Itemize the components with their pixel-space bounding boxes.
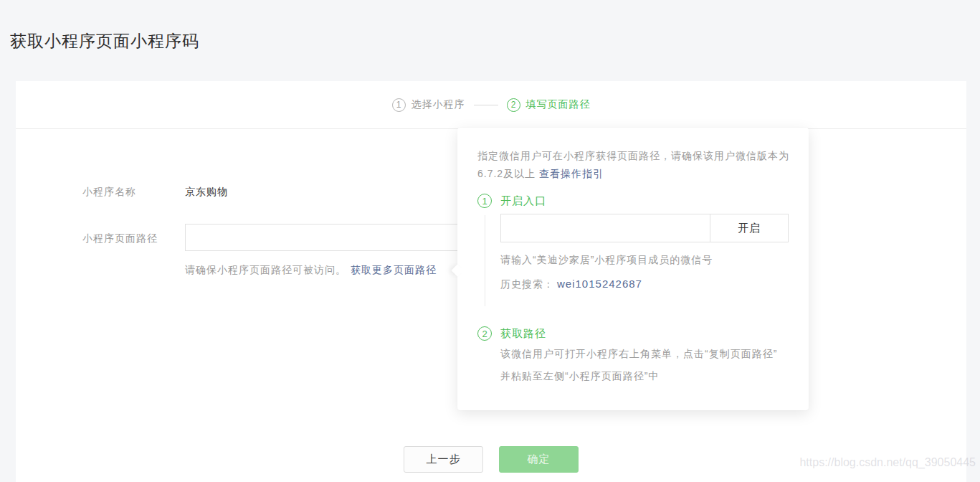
- get-more-paths-link[interactable]: 获取更多页面路径: [351, 264, 437, 275]
- miniprogram-name-label: 小程序名称: [82, 186, 136, 199]
- search-history-value-link[interactable]: wei1015242687: [557, 278, 642, 290]
- stepper-step-select-miniprogram: 1 选择小程序: [392, 98, 465, 112]
- popover-intro: 指定微信用户可在小程序获得页面路径，请确保该用户微信版本为6.7.2及以上 查看…: [477, 147, 791, 183]
- popover-step2-desc-line1: 该微信用户可打开小程序右上角菜单，点击“复制页面路径”: [500, 343, 794, 365]
- popover-intro-text: 指定微信用户可在小程序获得页面路径，请确保该用户微信版本为6.7.2及以上: [477, 150, 789, 179]
- search-history-label: 历史搜索：: [500, 278, 554, 290]
- popover-step1-circle-icon: 1: [477, 194, 492, 208]
- footer-actions: 上一步 确定: [16, 446, 966, 473]
- search-history-row: 历史搜索：wei1015242687: [500, 278, 642, 291]
- popover-step2-circle-icon: 2: [477, 326, 492, 341]
- previous-step-button[interactable]: 上一步: [404, 446, 483, 473]
- step2-circle-icon: 2: [507, 98, 520, 112]
- wechat-id-hint: 请输入“美迪沙家居”小程序项目成员的微信号: [500, 254, 713, 267]
- page-path-hint: 请确保小程序页面路径可被访问。获取更多页面路径: [185, 264, 437, 277]
- popover-step1-header: 1 开启入口: [477, 194, 546, 208]
- page-title: 获取小程序页面小程序码: [10, 30, 199, 52]
- popover-step2-header: 2 获取路径: [477, 326, 546, 341]
- view-guide-link[interactable]: 查看操作指引: [539, 168, 604, 179]
- stepper-connector: [474, 105, 498, 105]
- path-helper-popover: 指定微信用户可在小程序获得页面路径，请确保该用户微信版本为6.7.2及以上 查看…: [457, 128, 809, 410]
- page-path-label: 小程序页面路径: [82, 232, 158, 245]
- step2-label: 填写页面路径: [526, 98, 591, 111]
- popover-step2-desc-line2: 并粘贴至左侧“小程序页面路径”中: [500, 365, 794, 387]
- popover-step2-description: 该微信用户可打开小程序右上角菜单，点击“复制页面路径” 并粘贴至左侧“小程序页面…: [500, 343, 794, 387]
- page-path-hint-text: 请确保小程序页面路径可被访问。: [185, 264, 346, 275]
- wechat-id-input[interactable]: [500, 214, 710, 242]
- miniprogram-name-value: 京东购物: [185, 186, 228, 199]
- confirm-button[interactable]: 确定: [499, 446, 579, 473]
- popover-step2-title: 获取路径: [500, 327, 546, 341]
- popover-step1-title: 开启入口: [500, 194, 546, 208]
- stepper-step-fill-page-path: 2 填写页面路径: [507, 98, 591, 112]
- step1-circle-icon: 1: [392, 98, 406, 112]
- stepper: 1 选择小程序 2 填写页面路径: [16, 81, 966, 129]
- page-path-input[interactable]: [185, 224, 501, 251]
- step1-label: 选择小程序: [411, 98, 465, 111]
- popover-step1-guide-line: [485, 215, 485, 306]
- enable-button[interactable]: 开启: [710, 214, 789, 242]
- wechat-id-input-row: 开启: [500, 214, 789, 242]
